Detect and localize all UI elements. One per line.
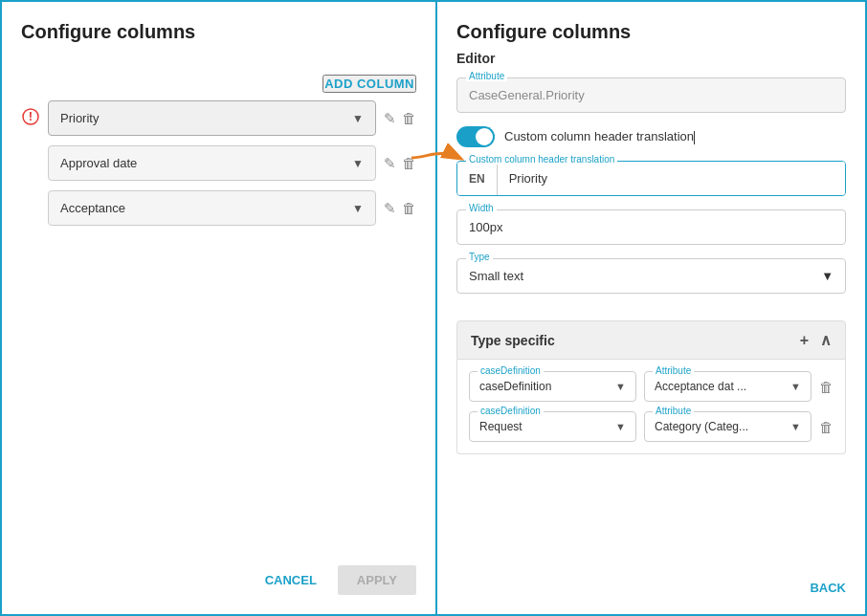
translation-section-label: Custom column header translation [466, 154, 617, 165]
toggle-row: Custom column header translation [456, 126, 846, 147]
editor-label: Editor [456, 51, 846, 66]
type-select-text: Small text [469, 269, 523, 283]
attribute-select-1[interactable]: Attribute Acceptance dat ... ▼ [644, 371, 811, 402]
attribute-select-label-2: Attribute [653, 406, 694, 416]
edit-icon[interactable]: ✎ [384, 155, 396, 172]
acceptance-select[interactable]: Acceptance ▼ [48, 190, 376, 226]
error-icon: ! [21, 108, 40, 129]
case-def-select-2[interactable]: caseDefinition Request ▼ [469, 411, 636, 442]
width-label: Width [466, 203, 497, 213]
delete-row-1-button[interactable]: 🗑 [819, 379, 834, 395]
priority-select-text: Priority [60, 111, 99, 125]
add-type-specific-button[interactable]: + [800, 332, 809, 349]
type-specific-section: Type specific + ∧ caseDefinition caseDef… [456, 307, 846, 454]
chevron-down-icon: ▼ [352, 112, 364, 125]
type-specific-row: caseDefinition Request ▼ Attribute Categ… [469, 411, 834, 442]
right-panel: Configure columns Editor Attribute CaseG… [437, 2, 865, 614]
cancel-button[interactable]: CANCEL [254, 565, 328, 595]
svg-text:!: ! [29, 109, 33, 123]
case-def-select-1[interactable]: caseDefinition caseDefinition ▼ [469, 371, 636, 402]
column-row: ⚠ Acceptance ▼ ✎ 🗑 [21, 190, 416, 226]
approval-date-select[interactable]: Approval date ▼ [48, 145, 376, 181]
left-panel-title: Configure columns [21, 21, 416, 43]
attribute-select-value-1: Acceptance dat ... [655, 380, 746, 393]
back-button[interactable]: BACK [456, 571, 846, 595]
text-cursor [694, 131, 695, 144]
chevron-down-icon: ▼ [352, 157, 364, 170]
edit-icon[interactable]: ✎ [384, 110, 396, 127]
chevron-down-icon: ▼ [615, 381, 626, 392]
left-panel: Configure columns ADD COLUMN ! Priority … [2, 2, 437, 614]
case-def-value-1: caseDefinition [479, 380, 551, 393]
chevron-down-icon: ▼ [352, 202, 364, 215]
chevron-down-icon: ▼ [790, 381, 801, 392]
case-def-label-2: caseDefinition [478, 406, 544, 416]
delete-icon[interactable]: 🗑 [402, 200, 416, 216]
add-column-button[interactable]: ADD COLUMN [322, 75, 416, 93]
attribute-select-2[interactable]: Attribute Category (Categ... ▼ [644, 411, 811, 442]
type-chevron-icon: ▼ [821, 269, 834, 283]
apply-button[interactable]: APPLY [338, 565, 416, 595]
type-specific-row: caseDefinition caseDefinition ▼ Attribut… [469, 371, 834, 402]
col-actions: ✎ 🗑 [384, 200, 416, 217]
chevron-down-icon: ▼ [615, 421, 626, 432]
chevron-down-icon: ▼ [790, 421, 801, 432]
translation-input-row: EN [456, 161, 846, 196]
edit-icon[interactable]: ✎ [384, 200, 396, 217]
type-specific-header: Type specific + ∧ [456, 320, 846, 360]
delete-row-2-button[interactable]: 🗑 [819, 419, 834, 435]
right-panel-title: Configure columns [456, 21, 846, 43]
toggle-knob [476, 128, 493, 145]
arrow-indicator [407, 143, 464, 179]
attribute-select-label-1: Attribute [653, 365, 694, 376]
column-row: ⚠ Approval date ▼ ✎ 🗑 [21, 145, 416, 181]
type-specific-actions: + ∧ [800, 331, 832, 349]
type-label: Type [466, 252, 493, 262]
type-specific-body: caseDefinition caseDefinition ▼ Attribut… [456, 360, 846, 454]
column-row: ! Priority ▼ ✎ 🗑 [21, 100, 416, 136]
translation-value-input[interactable] [498, 162, 845, 195]
column-list: ! Priority ▼ ✎ 🗑 ⚠ Approval date ▼ ✎ [21, 100, 416, 226]
approval-date-text: Approval date [60, 156, 137, 170]
type-specific-title: Type specific [471, 333, 555, 348]
attribute-field-group: Attribute CaseGeneral.Priority [456, 77, 846, 113]
collapse-type-specific-button[interactable]: ∧ [820, 331, 832, 349]
attribute-input: CaseGeneral.Priority [456, 77, 846, 113]
translation-field-group: Custom column header translation EN [456, 161, 846, 196]
case-def-label-1: caseDefinition [478, 365, 544, 376]
delete-icon[interactable]: 🗑 [402, 110, 416, 126]
width-field-group: Width [456, 209, 846, 245]
attribute-select-value-2: Category (Categ... [655, 420, 748, 433]
priority-select[interactable]: Priority ▼ [48, 100, 376, 136]
case-def-value-2: Request [479, 420, 522, 433]
acceptance-text: Acceptance [60, 201, 125, 215]
bottom-actions: CANCEL APPLY [21, 556, 416, 595]
attribute-label: Attribute [466, 71, 507, 81]
toggle-label: Custom column header translation [504, 129, 695, 144]
col-actions: ✎ 🗑 [384, 110, 416, 127]
width-input[interactable] [456, 209, 846, 245]
type-select[interactable]: Small text ▼ [456, 258, 846, 294]
type-field-group: Type Small text ▼ [456, 258, 846, 294]
